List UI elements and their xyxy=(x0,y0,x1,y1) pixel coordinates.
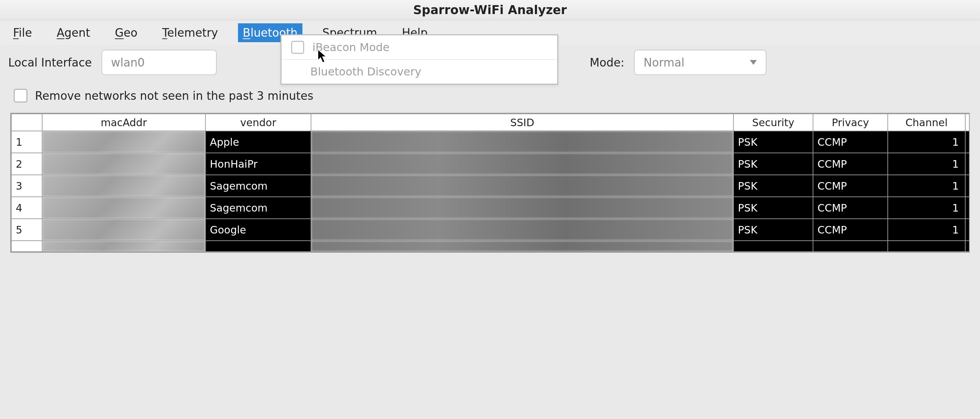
cell-security: PSK xyxy=(733,197,813,219)
cell-ssid xyxy=(311,175,733,197)
cell-freq xyxy=(965,131,970,153)
table-row[interactable]: 5GooglePSKCCMP1 xyxy=(11,219,970,241)
cell-channel: 1 xyxy=(888,219,965,241)
menu-item-label: iBeacon Mode xyxy=(312,41,390,54)
table-row[interactable]: 4SagemcomPSKCCMP1 xyxy=(11,197,970,219)
menu-item-label: Bluetooth Discovery xyxy=(310,65,422,78)
row-index: 5 xyxy=(11,219,42,241)
cell-privacy xyxy=(813,241,888,252)
cell-freq xyxy=(965,241,970,252)
cell-security: PSK xyxy=(733,175,813,197)
cell-macaddr xyxy=(42,153,205,175)
local-interface-select[interactable]: wlan0 xyxy=(102,50,217,75)
cell-privacy: CCMP xyxy=(813,131,888,153)
cell-macaddr xyxy=(42,197,205,219)
cell-macaddr xyxy=(42,131,205,153)
chevron-down-icon xyxy=(750,60,757,65)
col-header-row[interactable] xyxy=(11,114,42,131)
col-header-privacy[interactable]: Privacy xyxy=(813,114,888,131)
cell-vendor xyxy=(205,241,311,252)
cell-privacy: CCMP xyxy=(813,219,888,241)
cell-security: PSK xyxy=(733,131,813,153)
cell-ssid xyxy=(311,241,733,252)
cell-ssid xyxy=(311,131,733,153)
cell-ssid xyxy=(311,219,733,241)
cell-freq xyxy=(965,219,970,241)
cell-freq xyxy=(965,197,970,219)
table-row[interactable]: 2HonHaiPrPSKCCMP1 xyxy=(11,153,970,175)
cell-security: PSK xyxy=(733,153,813,175)
col-header-channel[interactable]: Channel xyxy=(888,114,965,131)
menu-item-ibeacon-mode[interactable]: iBeacon Mode xyxy=(282,35,557,59)
menu-agent[interactable]: Agent xyxy=(52,23,95,42)
menu-geo[interactable]: Geo xyxy=(110,23,142,42)
mode-value: Normal xyxy=(644,56,684,69)
local-interface-value: wlan0 xyxy=(111,56,145,69)
col-header-macaddr[interactable]: macAddr xyxy=(42,114,205,131)
col-header-vendor[interactable]: vendor xyxy=(205,114,311,131)
row-index: 2 xyxy=(11,153,42,175)
cell-privacy: CCMP xyxy=(813,197,888,219)
table-row[interactable]: 1ApplePSKCCMP1 xyxy=(11,131,970,153)
cell-macaddr xyxy=(42,241,205,252)
col-header-freq[interactable]: Frequ xyxy=(965,114,970,131)
cell-channel: 1 xyxy=(888,197,965,219)
cell-vendor: Sagemcom xyxy=(205,175,311,197)
cell-channel: 1 xyxy=(888,175,965,197)
row-index: 4 xyxy=(11,197,42,219)
cell-ssid xyxy=(311,153,733,175)
mode-select[interactable]: Normal xyxy=(634,50,766,75)
cell-vendor: Sagemcom xyxy=(205,197,311,219)
row-index: 3 xyxy=(11,175,42,197)
cell-channel xyxy=(888,241,965,252)
col-header-ssid[interactable]: SSID xyxy=(311,114,733,131)
mode-label: Mode: xyxy=(590,56,624,69)
cell-privacy: CCMP xyxy=(813,175,888,197)
remove-networks-label: Remove networks not seen in the past 3 m… xyxy=(35,89,313,102)
cell-security xyxy=(733,241,813,252)
row-index: 1 xyxy=(11,131,42,153)
local-interface-label: Local Interface xyxy=(8,56,92,69)
menu-telemetry[interactable]: Telemetry xyxy=(158,23,223,42)
table-row[interactable] xyxy=(11,241,970,252)
row-index xyxy=(11,241,42,252)
cell-channel: 1 xyxy=(888,153,965,175)
checkbox-icon xyxy=(291,41,304,54)
menu-item-bluetooth-discovery[interactable]: Bluetooth Discovery xyxy=(282,59,557,84)
cell-vendor: Google xyxy=(205,219,311,241)
cell-macaddr xyxy=(42,175,205,197)
menu-file[interactable]: File xyxy=(8,23,37,42)
cell-channel: 1 xyxy=(888,131,965,153)
table-header-row: macAddr vendor SSID Security Privacy Cha… xyxy=(11,114,970,131)
bluetooth-menu-dropdown: iBeacon Mode Bluetooth Discovery xyxy=(280,34,558,85)
window-title-text: Sparrow-WiFi Analyzer xyxy=(413,3,567,17)
cell-ssid xyxy=(311,197,733,219)
window-title: Sparrow-WiFi Analyzer xyxy=(0,0,980,20)
remove-networks-row: Remove networks not seen in the past 3 m… xyxy=(0,89,980,113)
col-header-security[interactable]: Security xyxy=(733,114,813,131)
cell-freq xyxy=(965,153,970,175)
table-row[interactable]: 3SagemcomPSKCCMP1 xyxy=(11,175,970,197)
cell-vendor: HonHaiPr xyxy=(205,153,311,175)
cell-freq xyxy=(965,175,970,197)
cell-privacy: CCMP xyxy=(813,153,888,175)
networks-table: macAddr vendor SSID Security Privacy Cha… xyxy=(10,113,970,253)
cell-vendor: Apple xyxy=(205,131,311,153)
remove-networks-checkbox[interactable] xyxy=(14,89,27,102)
cell-security: PSK xyxy=(733,219,813,241)
cell-macaddr xyxy=(42,219,205,241)
